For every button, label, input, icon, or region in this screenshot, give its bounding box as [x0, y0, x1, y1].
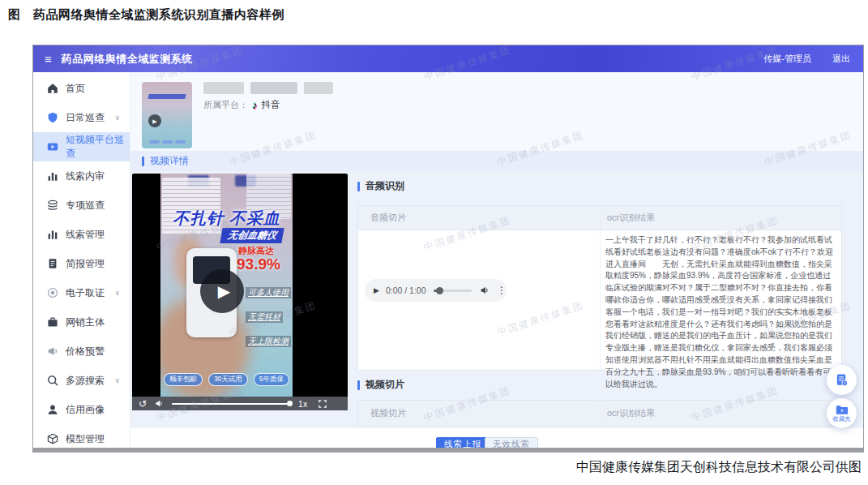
- sidebar-item-special-patrol[interactable]: 专项巡查: [33, 191, 130, 220]
- column-divider: [600, 230, 601, 370]
- sidebar-item-label: 日常巡查: [66, 111, 105, 125]
- fullscreen-button[interactable]: [319, 400, 327, 408]
- platform-name: 抖音: [262, 99, 280, 111]
- sidebar-item-label: 简报管理: [66, 257, 105, 271]
- megaphone-icon: [47, 346, 58, 357]
- audio-progress-bar[interactable]: [434, 290, 472, 292]
- overlay-headline: 不扎针 不采血: [160, 208, 293, 230]
- section-bar: [357, 182, 360, 191]
- home-icon: [47, 83, 58, 94]
- search-icon: [47, 375, 58, 386]
- sidebar-item-clue-review[interactable]: 线索内审: [33, 161, 130, 191]
- overlay-subtitle: 无创血糖仪: [220, 228, 284, 243]
- chevron-down-icon: ∨: [114, 289, 120, 297]
- sidebar-item-label: 多源搜索: [66, 374, 105, 388]
- video-slice-table-header: 视频切片 ocr识别结果: [358, 401, 841, 426]
- video-info-card: ▶ 所属平台： ♪ 抖音: [130, 72, 864, 151]
- audio-table: 音频切片 ocr识别结果 ▶ 0:00 / 1:00 ⋮ 一上午我干了好几针，行…: [357, 205, 842, 371]
- thumbnail-caption-bar: [148, 94, 186, 99]
- video-icon: [47, 141, 58, 152]
- page: 图 药品网络舆情全域监测系统识别直播内容样例 ≡ 药品网络舆情全域监测系统 传媒…: [0, 0, 868, 485]
- figure-title: 图 药品网络舆情全域监测系统识别直播内容样例: [8, 7, 284, 23]
- favorites-fab[interactable]: 收藏夹: [827, 398, 857, 428]
- app-title: 药品网络舆情全域监测系统: [62, 52, 193, 67]
- audio-recognition-title: 音频识别: [366, 179, 404, 193]
- audio-table-row: ▶ 0:00 / 1:00 ⋮ 一上午我干了好几针，行不行？老板行不行？我参加的…: [358, 230, 841, 370]
- audio-volume-button[interactable]: [480, 285, 490, 295]
- video-slice-section: 视频切片: [357, 378, 404, 392]
- sidebar-item-label: 短视频平台巡查: [66, 133, 130, 161]
- audio-time: 0:00 / 1:00: [386, 285, 426, 295]
- app-window: ≡ 药品网络舆情全域监测系统 传媒-管理员 退出 首页 日常巡查 ∨ 短视频平台…: [32, 45, 864, 453]
- promo-badge: 顺丰包邮: [164, 373, 203, 386]
- sidebar-item-online-sales-entity[interactable]: 网销主体: [33, 307, 130, 337]
- sidebar-item-price-alert[interactable]: 价格预警: [33, 337, 130, 366]
- video-detail-section: 视频详情: [130, 151, 864, 171]
- cube-icon: [47, 433, 58, 444]
- folder-icon: [836, 405, 849, 415]
- sidebar: 首页 日常巡查 ∨ 短视频平台巡查 线索内审 专项巡查 线索管理: [33, 72, 130, 453]
- replay-button[interactable]: ↺: [139, 399, 147, 409]
- ocr-result-text: 一上午我干了好几针，行不行？老板行不行？我参加的试纸看试纸看好试纸老板这边有没有…: [605, 234, 837, 390]
- sidebar-item-daily-patrol[interactable]: 日常巡查 ∨: [33, 103, 130, 132]
- video-slice-column-header: 视频切片: [358, 407, 600, 419]
- sidebar-item-briefing-management[interactable]: 简报管理: [33, 249, 130, 278]
- volume-button[interactable]: [155, 399, 164, 408]
- thumbnail-badges: [142, 140, 192, 144]
- main-content: ▶ 所属平台： ♪ 抖音 视频详情: [130, 72, 864, 453]
- sidebar-item-label: 专项巡查: [66, 199, 105, 212]
- layers-icon: [47, 200, 58, 211]
- app-header-right: 传媒-管理员 退出: [763, 53, 850, 65]
- audio-slice-column-header: 音频切片: [358, 212, 600, 224]
- shield-icon: [47, 112, 58, 123]
- video-thumbnail[interactable]: ▶: [142, 82, 192, 148]
- sidebar-item-label: 模型管理: [66, 432, 105, 446]
- platform-row: 所属平台： ♪ 抖音: [203, 99, 280, 111]
- document-icon: [47, 258, 58, 269]
- douyin-icon: ♪: [252, 99, 258, 111]
- video-slice-table: 视频切片 ocr识别结果: [357, 400, 842, 427]
- redacted-title: [250, 82, 297, 94]
- sidebar-item-label: 线索内审: [66, 170, 105, 183]
- briefcase-icon: [47, 316, 58, 328]
- logout-button[interactable]: 退出: [832, 53, 850, 65]
- audio-play-button[interactable]: ▶: [374, 286, 379, 294]
- sidebar-item-label: 信用画像: [66, 403, 105, 417]
- sidebar-item-e-evidence[interactable]: 电子取证 ∨: [33, 278, 130, 307]
- audio-menu-button[interactable]: ⋮: [497, 285, 507, 296]
- audio-recognition-section: 音频识别: [357, 179, 404, 193]
- sidebar-item-clue-management[interactable]: 线索管理: [33, 220, 130, 249]
- video-player[interactable]: 不扎针 不采血 无创血糖仪 静脉高达 93.9% 可多人使用 无需耗材 无上限检…: [132, 174, 348, 410]
- audio-player[interactable]: ▶ 0:00 / 1:00 ⋮: [365, 279, 507, 302]
- favorites-label: 收藏夹: [832, 416, 851, 423]
- video-progress-bar[interactable]: [172, 403, 290, 405]
- bar-chart-icon: [47, 170, 58, 182]
- video-controls: ↺ 1x: [132, 397, 348, 410]
- horizontal-scrollbar[interactable]: [33, 448, 863, 452]
- sidebar-item-label: 线索管理: [66, 228, 105, 242]
- bar-chart-icon: [47, 229, 58, 240]
- progress-handle[interactable]: [287, 401, 293, 406]
- feature-text: 可多人使用: [246, 287, 291, 298]
- sidebar-item-label: 首页: [66, 82, 85, 96]
- menu-icon[interactable]: ≡: [45, 53, 52, 65]
- play-button[interactable]: ▶: [200, 269, 244, 313]
- audio-progress-handle[interactable]: [436, 287, 443, 294]
- report-fab[interactable]: [827, 365, 857, 395]
- playback-speed-button[interactable]: 1x: [298, 399, 307, 409]
- sidebar-item-credit-profile[interactable]: 信用画像: [33, 395, 130, 424]
- user-account[interactable]: 传媒-管理员: [763, 53, 811, 65]
- video-detail-title: 视频详情: [150, 154, 189, 168]
- sidebar-item-label: 网销主体: [66, 315, 105, 329]
- accuracy-value: 93.9%: [237, 255, 280, 273]
- sidebar-item-home[interactable]: 首页: [33, 74, 130, 103]
- platform-label: 所属平台：: [203, 99, 248, 111]
- ocr-result-column-header: ocr识别结果: [600, 206, 841, 230]
- section-bar: [142, 157, 144, 166]
- redacted-title: [304, 82, 333, 94]
- app-header: ≡ 药品网络舆情全域监测系统 传媒-管理员 退出: [33, 45, 863, 72]
- sidebar-item-multi-source-search[interactable]: 多源搜索 ∨: [33, 366, 130, 395]
- sidebar-item-short-video-patrol[interactable]: 短视频平台巡查: [33, 132, 130, 161]
- play-icon: ▶: [148, 114, 161, 127]
- sidebar-item-label: 价格预警: [66, 345, 105, 358]
